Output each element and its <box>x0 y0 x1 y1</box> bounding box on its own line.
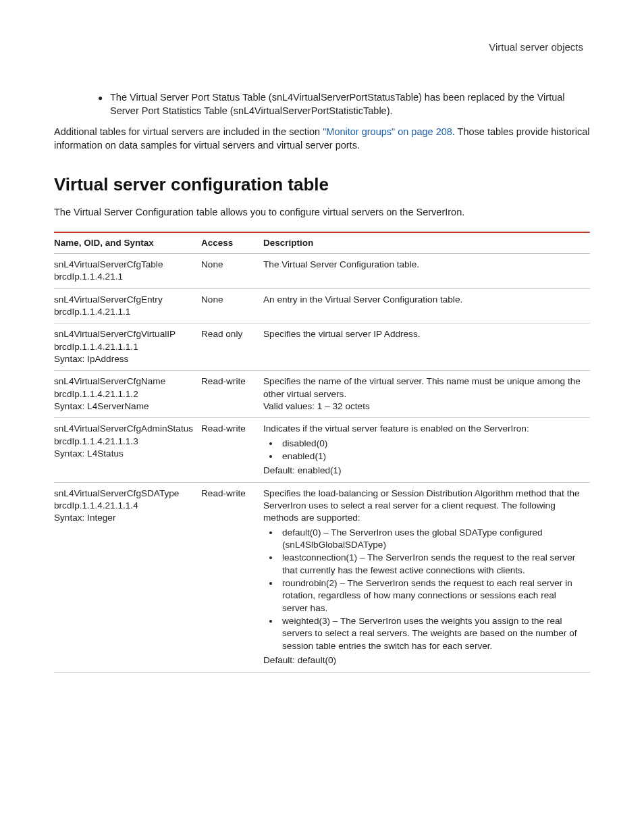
config-table: Name, OID, and Syntax Access Description… <box>54 232 590 673</box>
desc-list: disabled(0)enabled(1) <box>263 438 582 463</box>
cell-access: None <box>201 288 263 323</box>
cell-description: Specifies the virtual server IP Address. <box>263 323 590 371</box>
col-header-description: Description <box>263 232 590 254</box>
cell-name-oid-syntax: snL4VirtualServerCfgNamebrcdIp.1.1.4.21.… <box>54 371 201 418</box>
nos-line: Syntax: L4Status <box>54 448 193 460</box>
bullet-icon: ● <box>98 91 110 118</box>
nos-line: brcdIp.1.1.4.21.1.1 <box>54 306 193 318</box>
section-intro: The Virtual Server Configuration table a… <box>54 206 590 219</box>
table-row: snL4VirtualServerCfgEntrybrcdIp.1.1.4.21… <box>54 288 590 323</box>
cell-access: Read-write <box>201 418 263 482</box>
nos-line: snL4VirtualServerCfgVirtualIP <box>54 328 193 340</box>
cell-name-oid-syntax: snL4VirtualServerCfgTablebrcdIp.1.1.4.21… <box>54 253 201 288</box>
cell-name-oid-syntax: snL4VirtualServerCfgAdminStatusbrcdIp.1.… <box>54 418 201 482</box>
nos-line: Syntax: IpAddress <box>54 353 193 365</box>
list-item: default(0) – The ServerIron uses the glo… <box>279 527 582 552</box>
nos-line: brcdIp.1.1.4.21.1.1.1 <box>54 341 193 353</box>
cell-description: Specifies the load-balancing or Session … <box>263 482 590 672</box>
table-row: snL4VirtualServerCfgTablebrcdIp.1.1.4.21… <box>54 253 590 288</box>
table-row: snL4VirtualServerCfgVirtualIPbrcdIp.1.1.… <box>54 323 590 371</box>
cell-access: None <box>201 253 263 288</box>
cell-name-oid-syntax: snL4VirtualServerCfgVirtualIPbrcdIp.1.1.… <box>54 323 201 371</box>
top-bullet-text: The Virtual Server Port Status Table (sn… <box>110 91 590 118</box>
desc-text: Specifies the virtual server IP Address. <box>263 328 582 340</box>
desc-text: An entry in the Virtual Server Configura… <box>263 294 582 306</box>
desc-post: Default: default(0) <box>263 654 582 667</box>
nos-line: Syntax: L4ServerName <box>54 400 193 413</box>
nos-line: Syntax: Integer <box>54 512 193 524</box>
intro-paragraph: Additional tables for virtual servers ar… <box>54 126 590 152</box>
cell-access: Read only <box>201 323 263 371</box>
page-header-right: Virtual server objects <box>54 41 583 54</box>
desc-list: default(0) – The ServerIron uses the glo… <box>263 527 582 652</box>
nos-line: snL4VirtualServerCfgEntry <box>54 294 193 306</box>
desc-post: Default: enabled(1) <box>263 465 582 477</box>
table-row: snL4VirtualServerCfgSDATypebrcdIp.1.1.4.… <box>54 482 590 672</box>
section-title: Virtual server configuration table <box>54 173 590 197</box>
list-item: roundrobin(2) – The ServerIron sends the… <box>279 577 582 615</box>
nos-line: brcdIp.1.1.4.21.1 <box>54 271 193 283</box>
list-item: disabled(0) <box>279 438 582 450</box>
cell-access: Read-write <box>201 482 263 672</box>
nos-line: brcdIp.1.1.4.21.1.1.2 <box>54 388 193 400</box>
list-item: enabled(1) <box>279 450 582 463</box>
desc-text: Valid values: 1 – 32 octets <box>263 400 582 413</box>
list-item: weighted(3) – The ServerIron uses the we… <box>279 615 582 652</box>
table-row: snL4VirtualServerCfgAdminStatusbrcdIp.1.… <box>54 418 590 482</box>
nos-line: snL4VirtualServerCfgSDAType <box>54 488 193 500</box>
desc-text: Indicates if the virtual server feature … <box>263 423 582 435</box>
top-bullet-block: ● The Virtual Server Port Status Table (… <box>54 91 590 118</box>
col-header-name: Name, OID, and Syntax <box>54 232 201 254</box>
cell-description: Specifies the name of the virtual server… <box>263 371 590 418</box>
nos-line: brcdIp.1.1.4.21.1.1.3 <box>54 436 193 448</box>
monitor-groups-link[interactable]: "Monitor groups" on page 208 <box>323 126 452 137</box>
cell-description: The Virtual Server Configuration table. <box>263 253 590 288</box>
desc-text: Specifies the name of the virtual server… <box>263 375 582 400</box>
cell-access: Read-write <box>201 371 263 418</box>
desc-text: The Virtual Server Configuration table. <box>263 259 582 271</box>
nos-line: snL4VirtualServerCfgAdminStatus <box>54 423 193 435</box>
nos-line: brcdIp.1.1.4.21.1.1.4 <box>54 500 193 512</box>
cell-description: An entry in the Virtual Server Configura… <box>263 288 590 323</box>
cell-name-oid-syntax: snL4VirtualServerCfgSDATypebrcdIp.1.1.4.… <box>54 482 201 672</box>
cell-name-oid-syntax: snL4VirtualServerCfgEntrybrcdIp.1.1.4.21… <box>54 288 201 323</box>
cell-description: Indicates if the virtual server feature … <box>263 418 590 482</box>
nos-line: snL4VirtualServerCfgName <box>54 375 193 388</box>
desc-text: Specifies the load-balancing or Session … <box>263 488 582 525</box>
nos-line: snL4VirtualServerCfgTable <box>54 259 193 271</box>
para-pre: Additional tables for virtual servers ar… <box>54 126 323 137</box>
list-item: leastconnection(1) – The ServerIron send… <box>279 552 582 577</box>
col-header-access: Access <box>201 232 263 254</box>
table-row: snL4VirtualServerCfgNamebrcdIp.1.1.4.21.… <box>54 371 590 418</box>
